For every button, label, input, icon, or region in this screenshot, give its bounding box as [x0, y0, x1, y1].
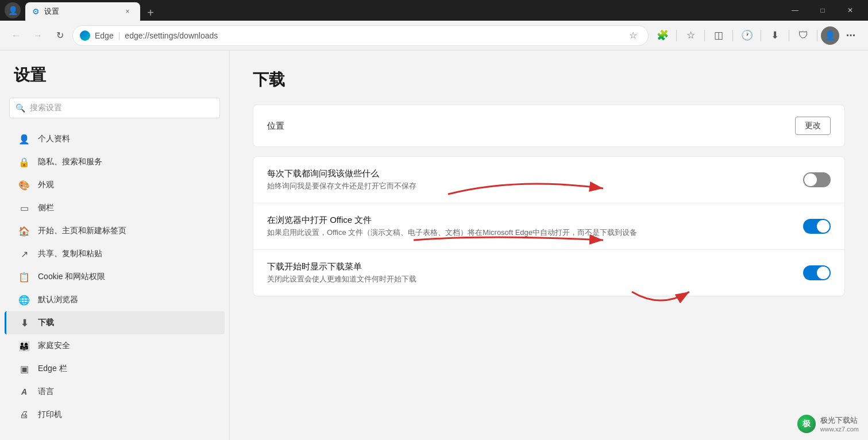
extensions-button[interactable]: 🧩 [652, 25, 673, 46]
content-area: 下载 位置 更改 每次下载都询问我该做些什么 始终询问我是要保存文件还是打开它而… [230, 51, 868, 440]
address-bar[interactable]: Edge | edge://settings/downloads ☆ [72, 25, 649, 46]
location-row-content: 位置 [267, 121, 786, 132]
favorites-button[interactable]: ☆ [680, 25, 701, 46]
user-profile-icon: 👤 [824, 30, 836, 41]
sidebar-item-label-edgebar: Edge 栏 [38, 364, 67, 374]
sidebar-item-sidebar[interactable]: ▭ 侧栏 [5, 196, 225, 219]
more-icon: ··· [846, 29, 856, 42]
sidebar-item-label-printer: 打印机 [38, 410, 62, 420]
favorites-icon: ☆ [686, 29, 695, 41]
open-office-sublabel: 如果启用此设置，Office 文件（演示文稿、电子表格、文档）将在Microso… [267, 227, 794, 238]
sidebar-item-start[interactable]: 🏠 开始、主页和新建标签页 [5, 219, 225, 242]
refresh-button[interactable]: ↻ [51, 26, 69, 45]
sidebar-item-cookies[interactable]: 📋 Cookie 和网站权限 [5, 265, 225, 288]
profile-avatar[interactable]: 👤 [5, 2, 21, 18]
sidebar-item-label-default: 默认浏览器 [38, 295, 78, 305]
show-download-menu-row: 下载开始时显示下载菜单 关闭此设置会使人更难知道文件何时开始下载 [253, 250, 844, 296]
sidebar-item-family[interactable]: 👨‍👩‍👧 家庭安全 [5, 334, 225, 357]
change-location-button[interactable]: 更改 [795, 117, 831, 135]
toolbar-separator-2 [704, 30, 705, 41]
watermark-url: www.xz7.com [820, 426, 859, 433]
ask-download-label: 每次下载都询问我该做些什么 [267, 168, 794, 179]
edgebar-sidebar-icon: ▣ [18, 363, 30, 375]
maximize-button[interactable]: □ [809, 1, 836, 20]
edge-label: Edge [95, 31, 114, 40]
language-sidebar-icon: A [18, 386, 30, 397]
sidebar-item-share[interactable]: ↗ 共享、复制和粘贴 [5, 242, 225, 265]
sidebar-item-profile[interactable]: 👤 个人资料 [5, 128, 225, 150]
sidebar-item-default[interactable]: 🌐 默认浏览器 [5, 288, 225, 311]
toolbar-separator-3 [732, 30, 733, 41]
sidebar-item-label-profile: 个人资料 [38, 134, 70, 144]
settings-tab[interactable]: ⚙ 设置 × [25, 2, 140, 21]
address-url: edge://settings/downloads [125, 31, 218, 40]
appearance-sidebar-icon: 🎨 [18, 179, 30, 191]
back-icon: ← [11, 30, 21, 41]
main-layout: 设置 🔍 搜索设置 👤 个人资料 🔒 隐私、搜索和服务 🎨 外观 ▭ 侧栏 🏠 … [0, 51, 868, 440]
search-icon: 🔍 [16, 103, 25, 113]
close-button[interactable]: ✕ [837, 1, 863, 20]
show-download-label: 下载开始时显示下载菜单 [267, 261, 794, 272]
back-button[interactable]: ← [7, 26, 25, 45]
sidebar-item-label-start: 开始、主页和新建标签页 [38, 226, 126, 236]
downloads-icon: ⬇ [771, 29, 779, 41]
downloads-button[interactable]: ⬇ [765, 25, 785, 46]
edge-logo-icon [80, 30, 90, 41]
forward-icon: → [33, 30, 43, 41]
sidebar-item-label-sidebar: 侧栏 [38, 203, 54, 213]
ask-download-sublabel: 始终询问我是要保存文件还是打开它而不保存 [267, 181, 794, 191]
address-path: settings/downloads [149, 31, 218, 40]
toolbar-separator-6 [817, 30, 817, 41]
ask-download-toggle[interactable] [803, 172, 831, 187]
show-download-content: 下载开始时显示下载菜单 关闭此设置会使人更难知道文件何时开始下载 [267, 261, 794, 284]
sidebar-item-label-cookies: Cookie 和网站权限 [38, 272, 105, 282]
forward-button[interactable]: → [29, 26, 47, 45]
sidebar-item-printer[interactable]: 🖨 打印机 [5, 403, 225, 426]
sidebar-item-appearance[interactable]: 🎨 外观 [5, 173, 225, 196]
history-icon: 🕐 [741, 29, 753, 41]
sidebar-item-downloads[interactable]: ⬇ 下载 [5, 311, 225, 334]
location-label: 位置 [267, 121, 786, 132]
privacy-sidebar-icon: 🔒 [18, 156, 30, 168]
location-row: 位置 更改 [253, 105, 844, 146]
tab-close-button[interactable]: × [122, 6, 133, 17]
location-card: 位置 更改 [253, 105, 845, 147]
ask-download-content: 每次下载都询问我该做些什么 始终询问我是要保存文件还是打开它而不保存 [267, 168, 794, 191]
favorite-star-button[interactable]: ☆ [625, 28, 641, 44]
show-download-toggle[interactable] [803, 265, 831, 280]
cookies-sidebar-icon: 📋 [18, 271, 30, 283]
watermark-logo: 极 [797, 415, 816, 433]
user-profile-button[interactable]: 👤 [821, 26, 839, 45]
window-controls: — □ ✕ [782, 1, 863, 20]
sidebar-item-language[interactable]: A 语言 [5, 380, 225, 403]
sidebar-item-label-share: 共享、复制和粘贴 [38, 249, 102, 259]
printer-sidebar-icon: 🖨 [18, 409, 30, 420]
open-office-toggle[interactable] [803, 219, 831, 234]
share-sidebar-icon: ↗ [18, 248, 30, 260]
sidebar-sidebar-icon: ▭ [18, 202, 30, 214]
default-sidebar-icon: 🌐 [18, 294, 30, 306]
settings-options-card: 每次下载都询问我该做些什么 始终询问我是要保存文件还是打开它而不保存 在浏览器中… [253, 156, 845, 296]
sidebar-item-privacy[interactable]: 🔒 隐私、搜索和服务 [5, 150, 225, 173]
sidebar: 设置 🔍 搜索设置 👤 个人资料 🔒 隐私、搜索和服务 🎨 外观 ▭ 侧栏 🏠 … [0, 51, 230, 440]
address-divider: | [118, 31, 121, 40]
sidebar-item-label-downloads: 下载 [38, 318, 54, 328]
sidebar-item-label-language: 语言 [38, 387, 54, 397]
minimize-button[interactable]: — [782, 1, 808, 20]
profile-sidebar-icon: 👤 [18, 133, 30, 145]
watermark-site: 极光下载站 [820, 415, 859, 426]
ask-download-row: 每次下载都询问我该做些什么 始终询问我是要保存文件还是打开它而不保存 [253, 157, 844, 203]
history-button[interactable]: 🕐 [736, 25, 757, 46]
sidebar-item-edgebar[interactable]: ▣ Edge 栏 [5, 357, 225, 380]
navbar: ← → ↻ Edge | edge://settings/downloads ☆… [0, 21, 868, 51]
toolbar-separator [676, 30, 677, 41]
open-office-label: 在浏览器中打开 Office 文件 [267, 215, 794, 226]
refresh-icon: ↻ [56, 30, 64, 41]
sidebar-item-label-appearance: 外观 [38, 180, 54, 190]
more-options-button[interactable]: ··· [840, 25, 861, 46]
new-tab-button[interactable]: + [142, 5, 159, 21]
search-settings-input[interactable]: 🔍 搜索设置 [9, 98, 220, 118]
shield-button[interactable]: 🛡 [793, 25, 813, 46]
tab-area: ⚙ 设置 × + [25, 0, 782, 21]
collections-button[interactable]: ◫ [708, 25, 729, 46]
